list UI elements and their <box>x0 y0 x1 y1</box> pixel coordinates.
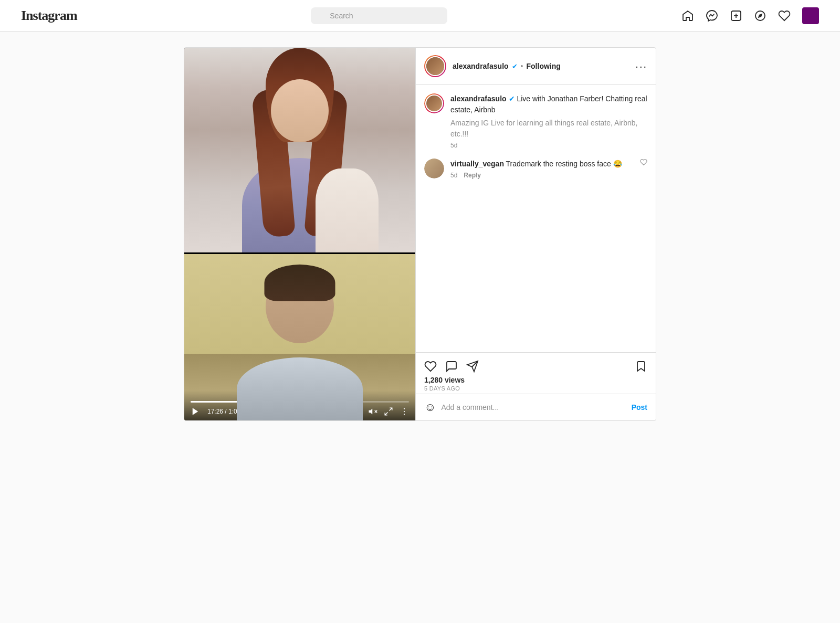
svg-line-11 <box>390 408 392 410</box>
comment-button[interactable] <box>445 360 458 373</box>
comment-item-2: virtually_vegan Trademark the resting bo… <box>424 159 647 179</box>
emoji-button[interactable]: ☺ <box>424 400 436 414</box>
comment-username-2[interactable]: virtually_vegan <box>450 160 504 168</box>
post-avatar-inner <box>425 56 445 76</box>
action-icons-row <box>424 357 647 376</box>
comment-meta-1: 5d <box>450 142 647 149</box>
post-user-avatar[interactable] <box>424 55 446 77</box>
mute-button[interactable] <box>368 407 377 416</box>
comment-text-2: virtually_vegan Trademark the resting bo… <box>450 159 634 170</box>
play-button[interactable] <box>191 407 200 416</box>
comment-body-1: alexandrafasulo ✔ Live with Jonathan Far… <box>450 93 647 149</box>
create-icon[interactable] <box>730 9 742 22</box>
share-button[interactable] <box>466 360 479 373</box>
explore-icon[interactable] <box>754 9 766 22</box>
video-bottom-frame: 17:26 / 1:03:16 <box>184 252 415 420</box>
fullscreen-button[interactable] <box>384 407 393 416</box>
avatar-plain-2 <box>424 159 444 178</box>
post-actions: 1,280 views 5 Days Ago <box>416 352 656 394</box>
action-icons-left <box>424 360 479 373</box>
instagram-logo[interactable]: Instagram <box>21 8 77 24</box>
svg-point-15 <box>404 414 405 415</box>
header: Instagram <box>0 0 840 31</box>
verified-badge: ✔ <box>512 62 518 70</box>
search-bar <box>311 7 447 24</box>
comment-text-content-2: Trademark the resting boss face 😂 <box>506 160 622 168</box>
comment-username-1[interactable]: alexandrafasulo <box>450 94 507 103</box>
svg-point-13 <box>404 408 405 409</box>
avatar-inner-1 <box>425 94 443 112</box>
like-button[interactable] <box>424 360 437 373</box>
comment-time-1: 5d <box>450 142 457 149</box>
comment-body-2: virtually_vegan Trademark the resting bo… <box>450 159 634 179</box>
user-avatar[interactable] <box>802 7 819 24</box>
video-player: 17:26 / 1:03:16 <box>184 48 415 420</box>
more-options-button[interactable] <box>400 407 409 416</box>
more-options-button[interactable]: ··· <box>635 61 647 71</box>
comment-input[interactable] <box>441 403 626 411</box>
video-top-frame <box>184 48 415 252</box>
header-nav-icons <box>681 7 819 24</box>
post-comment-button[interactable]: Post <box>632 403 647 411</box>
comment-like-button[interactable] <box>640 159 647 179</box>
verified-1: ✔ <box>509 94 515 103</box>
svg-line-12 <box>385 413 387 415</box>
avatar-gradient-ring-1 <box>424 93 444 113</box>
separator: • <box>521 62 523 70</box>
comment-text-1: alexandrafasulo ✔ Live with Jonathan Far… <box>450 93 647 115</box>
post-container: 17:26 / 1:03:16 <box>184 47 656 421</box>
controls-right <box>368 407 409 416</box>
svg-point-14 <box>404 411 405 412</box>
add-comment-section: ☺ Post <box>416 394 656 420</box>
messenger-icon[interactable] <box>706 9 718 22</box>
home-icon[interactable] <box>681 9 694 22</box>
reply-button[interactable]: Reply <box>464 172 481 179</box>
post-username[interactable]: alexandrafasulo <box>453 62 509 70</box>
post-date: 5 Days Ago <box>424 385 647 392</box>
comment-meta-2: 5d Reply <box>450 172 634 179</box>
post-user-info: alexandrafasulo ✔ • Following <box>453 62 629 70</box>
views-count: 1,280 views <box>424 376 647 384</box>
svg-marker-8 <box>369 409 373 415</box>
comment-avatar-2[interactable] <box>424 159 444 178</box>
comment-avatar-1[interactable] <box>424 93 444 113</box>
post-header: alexandrafasulo ✔ • Following ··· <box>416 48 656 85</box>
post-description-comment: alexandrafasulo ✔ Live with Jonathan Far… <box>424 93 647 149</box>
comments-area: alexandrafasulo ✔ Live with Jonathan Far… <box>416 85 656 352</box>
following-label[interactable]: Following <box>527 62 561 70</box>
comment-description: Amazing IG Live for learning all things … <box>450 118 647 140</box>
main-content: 17:26 / 1:03:16 <box>0 31 840 437</box>
svg-marker-7 <box>193 408 198 415</box>
post-side: alexandrafasulo ✔ • Following ··· <box>415 48 656 420</box>
svg-marker-6 <box>758 13 762 17</box>
heart-icon[interactable] <box>778 9 791 22</box>
comment-time-2: 5d <box>450 172 457 179</box>
save-button[interactable] <box>635 360 647 373</box>
search-input[interactable] <box>311 7 447 24</box>
